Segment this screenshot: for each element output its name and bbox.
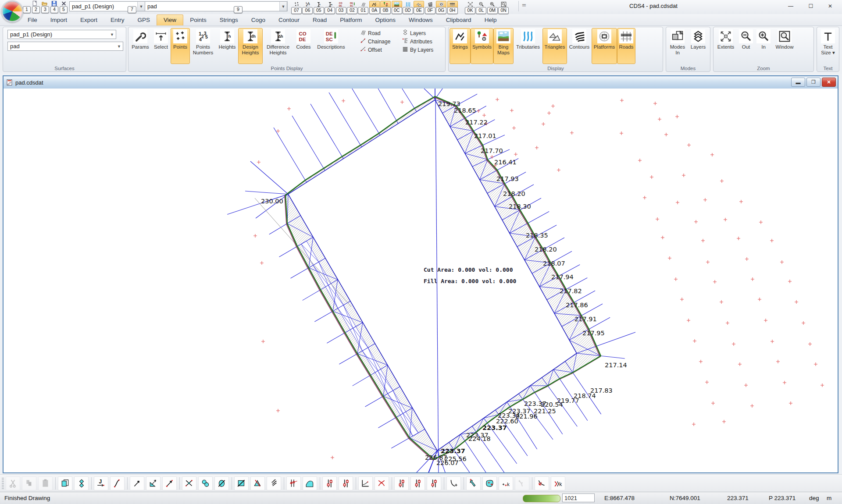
tab-view[interactable]: View [157,14,183,25]
ribbon-button-contours[interactable]: Contours [567,28,592,64]
ribbon-toggle-chainage[interactable]: Chainage [360,37,390,46]
app-logo-icon[interactable] [1,0,23,22]
tab-platform[interactable]: Platform [333,15,368,25]
toolbar-grip[interactable] [2,478,4,489]
tab-clipboard[interactable]: Clipboard [439,15,478,25]
cross-section-button[interactable] [286,476,301,490]
close-button[interactable]: ✕ [821,2,839,11]
tab-help[interactable]: Help [478,15,503,25]
chevron-down-icon[interactable]: ▼ [110,32,116,37]
ribbon-button-points-numbers[interactable]: 13254Points Numbers [190,28,216,64]
interpolate-a-button[interactable] [322,476,337,490]
ribbon-button-design-heights[interactable]: dhDesign Heights [238,28,263,64]
surface-select-natural[interactable]: pad ▼ [7,42,123,51]
ribbon-button-strings[interactable]: Strings [450,28,471,64]
text-size-icon [821,29,835,43]
tab-import[interactable]: Import [44,15,74,25]
ribbon-toggle-layers[interactable]: Layers [402,29,433,37]
circles-button[interactable] [198,476,213,490]
interpolate-b-button[interactable] [339,476,353,490]
ribbon-button-tributaries[interactable]: Tributaries [514,28,542,64]
area-clip-button[interactable] [250,476,265,490]
ribbon-button-modes-in[interactable]: Modes In [667,28,688,64]
ribbon-button-out[interactable]: Out [737,28,755,64]
view-fit-button[interactable] [74,476,89,490]
doc-minimize-button[interactable]: ▬ [791,78,805,87]
qat-customize-icon[interactable]: ⚌ [522,2,526,7]
draw-angle-button[interactable] [146,476,161,490]
area-square-button[interactable] [234,476,249,490]
divider [284,477,284,490]
interpolate-d-button[interactable] [410,476,425,490]
boundary-plus-button[interactable] [482,476,497,490]
pick-arrow-button[interactable] [466,476,481,490]
ribbon-toggle-attributes[interactable]: Attributes [402,37,433,46]
elevation-label: 218.30 [509,203,531,210]
point-number-field[interactable]: 1021 [562,493,595,502]
ribbon-button-layers[interactable]: Layers [688,28,708,64]
minimize-button[interactable]: — [781,2,800,11]
tab-entry[interactable]: Entry [104,15,131,25]
ribbon-button-descriptions[interactable]: DESCDescriptions [314,28,349,64]
join-string-button[interactable]: J [94,476,108,490]
drawing-canvas[interactable]: 219.73218.65217.22217.01217.70216.41217.… [4,89,838,472]
tab-options[interactable]: Options [369,15,403,25]
doc-restore-button[interactable]: ❒ [806,78,821,87]
tab-gps[interactable]: GPS [131,15,157,25]
ribbon-toggle-offset[interactable]: Offset [360,46,390,54]
section-x-button[interactable] [375,476,389,490]
profile-tool-button[interactable] [358,476,373,490]
ribbon-button-platforms[interactable]: Platforms [592,28,617,64]
view-pan-button[interactable] [58,476,72,490]
elevation-label: 216.41 [494,159,517,166]
tab-contour[interactable]: Contour [272,15,306,25]
elevation-label: 217.94 [551,273,574,280]
tab-windows[interactable]: Windows [402,15,439,25]
ribbon-button-extents[interactable]: Extents [714,28,737,64]
tab-cogo[interactable]: Cogo [245,15,272,25]
ribbon-button-text-size-[interactable]: Text Size ▾ [818,28,838,64]
ribbon-button-triangles[interactable]: Triangles [542,28,567,64]
surface-combo-bottom[interactable]: pad ▼ [145,1,287,11]
arrow-k-button[interactable]: k [551,476,565,490]
ribbon-button-bing-maps[interactable]: Bing Maps [493,28,514,64]
points-k-button[interactable]: k [499,476,513,490]
ellipse-button[interactable] [214,476,229,490]
interpolate-e-button[interactable] [427,476,441,490]
surface-select-design[interactable]: pad_p1 (Design) ▼ [7,30,116,39]
interpolate-c-button[interactable] [394,476,409,490]
ribbon-button-params[interactable]: Params [129,28,151,64]
chevron-down-icon[interactable]: ▼ [137,2,145,11]
button-label: In [761,44,766,50]
intersect-button[interactable] [182,476,196,490]
ribbon-button-window[interactable]: Window [772,28,797,64]
maximize-button[interactable]: ☐ [802,2,820,11]
draw-line-points-button[interactable] [162,476,177,490]
chevron-down-icon[interactable]: ▼ [279,2,287,11]
ribbon-toggle-by-layers[interactable]: By Layers [402,46,433,54]
tab-points[interactable]: Points [183,15,213,25]
draw-line-button[interactable] [130,476,144,490]
ribbon-toggle-road[interactable]: Road [360,29,390,37]
ribbon-button-difference-heights[interactable]: ∆hDifference Heights [263,28,293,64]
ribbon-button-select[interactable]: Select [151,28,171,64]
arrow-in-button[interactable] [535,476,549,490]
ribbon-button-points[interactable]: Points [171,28,190,64]
ribbon-button-heights[interactable]: hHeights [216,28,238,64]
doc-close-button[interactable]: ✕ [822,78,836,87]
chevron-down-icon[interactable]: ▼ [117,44,123,49]
curve-plus-button[interactable] [446,476,461,490]
tab-file[interactable]: File [21,15,44,25]
ribbon-button-roads[interactable]: Roads [617,28,635,64]
tab-road[interactable]: Road [306,15,333,25]
ribbon-button-in[interactable]: In [755,28,772,64]
document-title-bar[interactable]: pad.cdsdat ▬ ❒ ✕ [4,76,838,89]
contour-tool-button[interactable] [267,476,281,490]
ribbon-button-symbols[interactable]: Symbols [471,28,493,64]
app-title-bar: 12345 pad_p1 (Design) ▼ pad ▼ 7 9 071325… [0,0,842,14]
water-area-button[interactable] [303,476,317,490]
tab-strings[interactable]: Strings [213,15,245,25]
ribbon-button-codes[interactable]: CODECodes [293,28,314,64]
edit-string-button[interactable] [110,476,125,490]
tab-export[interactable]: Export [74,15,104,25]
